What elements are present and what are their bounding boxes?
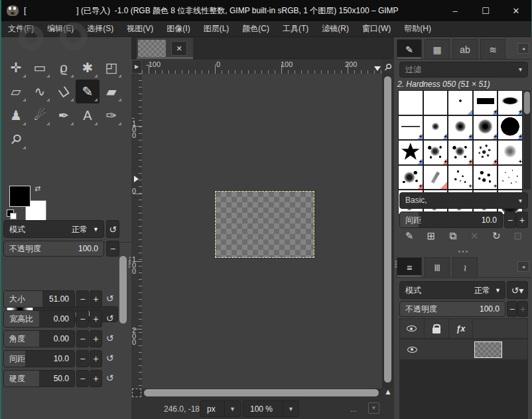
spacing-slider[interactable]: 间距 10.0 xyxy=(3,350,75,367)
paint-mode-dropdown[interactable]: 模式 正常 ▼ xyxy=(3,220,104,238)
spacing-increase-button[interactable]: + xyxy=(90,350,102,367)
text-tool[interactable]: A xyxy=(76,103,100,127)
rpanel-divider-grip[interactable]: ••• xyxy=(395,260,397,268)
eraser-tool[interactable]: ▰ xyxy=(100,80,123,103)
zoom-follow-window-button[interactable]: ⚲ xyxy=(382,60,394,74)
move-tool[interactable]: ✛ xyxy=(4,56,28,80)
brush-line[interactable] xyxy=(398,115,423,141)
hardness-increase-button[interactable]: + xyxy=(90,370,102,387)
tab-channels[interactable]: Ⅲ xyxy=(425,257,450,277)
label-200[interactable]: 200 xyxy=(345,60,357,68)
edit-brush-button[interactable]: ✎ xyxy=(401,229,418,243)
brush-acrylic-2[interactable] xyxy=(448,140,473,165)
layer-mode-switch-button[interactable]: ↺▾ xyxy=(507,281,528,299)
ink-tool[interactable]: ✒ xyxy=(52,103,76,127)
angle-increase-button[interactable]: + xyxy=(90,330,102,347)
visibility-column-toggle[interactable] xyxy=(400,319,425,338)
brush-blank[interactable] xyxy=(423,90,448,115)
spacing-decrease-button[interactable]: − xyxy=(76,350,89,367)
size-decrease-button[interactable]: − xyxy=(76,290,89,308)
dock-menu-button[interactable]: ◂ xyxy=(517,261,529,272)
default-colors-icon[interactable] xyxy=(7,210,14,217)
brush-filter-input[interactable]: 过滤 ▾ xyxy=(399,62,528,78)
brush-spacing-slider[interactable]: 间距 10.0 xyxy=(399,211,503,228)
tab-paths[interactable]: ≀ xyxy=(452,257,478,277)
spacing-reset-button[interactable]: ↺ xyxy=(103,350,116,366)
brush-block[interactable] xyxy=(473,90,498,115)
hardness-reset-button[interactable]: ↺ xyxy=(103,370,116,386)
reset-mode-button[interactable]: ↺ xyxy=(106,220,119,238)
tab-gradients[interactable]: ≋ xyxy=(480,39,505,59)
label-100[interactable]: 100 xyxy=(132,257,137,274)
label--100[interactable]: -100 xyxy=(132,115,137,139)
paintbrush-tool[interactable]: ✎ xyxy=(76,80,100,103)
brush-pixel[interactable] xyxy=(398,90,423,115)
menu-windows[interactable]: 窗口(W) xyxy=(356,21,397,37)
brush-acrylic-1[interactable] xyxy=(423,140,448,165)
tab-fonts[interactable]: ab xyxy=(452,39,478,59)
horizontal-ruler[interactable]: -1000100200 xyxy=(142,60,382,74)
color-picker-tool[interactable]: ✑ xyxy=(100,103,123,127)
aspect-decrease-button[interactable]: − xyxy=(76,310,89,328)
image-canvas[interactable] xyxy=(215,191,314,258)
crop-tool[interactable]: ◰ xyxy=(100,56,123,80)
label-100[interactable]: 100 xyxy=(281,60,293,68)
tab-layers[interactable]: ≡ xyxy=(397,257,422,277)
angle-reset-button[interactable]: ↺ xyxy=(103,330,116,346)
warp-transform-tool[interactable]: ∿ xyxy=(28,80,52,103)
brush-spacing-decrease-button[interactable]: − xyxy=(504,211,516,228)
brush-spacing-increase-button[interactable]: + xyxy=(516,211,528,228)
minimize-button[interactable]: – xyxy=(440,0,470,21)
layer-opacity-slider[interactable]: 不透明度 100.0 xyxy=(399,301,505,317)
dock-resize-handle[interactable]: ••• xyxy=(458,248,470,255)
menu-colors[interactable]: 颜色(C) xyxy=(235,21,276,37)
clone-tool[interactable]: ♟ xyxy=(4,103,28,127)
label--100[interactable]: -100 xyxy=(146,60,161,68)
tab-brushes[interactable]: ✎ xyxy=(397,39,422,59)
layer-opacity-decrease-button[interactable]: − xyxy=(507,301,517,317)
brush-hardness-100[interactable] xyxy=(498,115,523,141)
close-button[interactable]: ✕ xyxy=(501,0,531,21)
menu-filters[interactable]: 滤镜(R) xyxy=(315,21,356,37)
new-brush-button[interactable]: ⊞ xyxy=(423,229,440,243)
label-0[interactable]: 0 xyxy=(132,188,137,194)
layer-mode-dropdown[interactable]: 模式 正常 ▼ xyxy=(399,281,505,299)
opacity-decrease-button[interactable]: − xyxy=(106,241,119,257)
tab-patterns[interactable]: ▦ xyxy=(425,39,450,59)
size-reset-button[interactable]: ↺ xyxy=(103,290,116,306)
brush-hardness-050[interactable] xyxy=(448,115,473,141)
label-0[interactable]: 0 xyxy=(216,60,220,68)
angle-slider[interactable]: 角度 0.00 xyxy=(3,330,75,347)
swap-colors-icon[interactable]: ⇄ xyxy=(34,184,40,193)
free-select-tool[interactable]: ϱ xyxy=(52,56,76,80)
brush-ellipse[interactable] xyxy=(498,90,523,115)
aspect-increase-button[interactable]: + xyxy=(90,310,102,328)
brush-smear[interactable] xyxy=(423,165,448,190)
rectangle-select-tool[interactable]: ▭ xyxy=(28,56,52,80)
brush-acrylic-3[interactable] xyxy=(473,140,498,165)
foreground-color-swatch[interactable] xyxy=(9,186,31,207)
canvas-hscrollbar[interactable] xyxy=(142,389,382,397)
label-200[interactable]: 200 xyxy=(132,328,137,345)
effects-column-toggle[interactable]: ƒx xyxy=(449,319,474,338)
zoom-dropdown[interactable]: 100 %▼ xyxy=(243,400,299,417)
menu-layer[interactable]: 图层(L) xyxy=(197,21,236,37)
refresh-brushes-button[interactable]: ↻ xyxy=(488,229,505,243)
bucket-fill-tool[interactable]: ⊔ xyxy=(52,80,76,103)
dock-menu-button[interactable]: ◂ xyxy=(517,43,529,54)
menu-image[interactable]: 图像(I) xyxy=(160,21,196,37)
layer-row[interactable] xyxy=(400,339,527,360)
brush-tiny-dot[interactable] xyxy=(448,90,473,115)
menu-view[interactable]: 视图(V) xyxy=(120,21,160,37)
brush-pepper-1[interactable] xyxy=(448,165,473,190)
size-increase-button[interactable]: + xyxy=(90,290,102,308)
brush-acrylic-4[interactable] xyxy=(498,140,523,165)
brush-hardness-025[interactable] xyxy=(423,115,448,141)
toolbox-divider-grip[interactable]: ••• xyxy=(128,260,131,268)
size-slider[interactable]: 大小 51.00 xyxy=(3,290,75,308)
duplicate-brush-button[interactable]: ⧉ xyxy=(444,229,462,243)
aspect-reset-button[interactable]: ↺ xyxy=(103,310,116,326)
lock-column-toggle[interactable] xyxy=(425,319,449,338)
brush-pepper-2[interactable] xyxy=(473,165,498,190)
quick-mask-toggle[interactable] xyxy=(132,389,141,397)
